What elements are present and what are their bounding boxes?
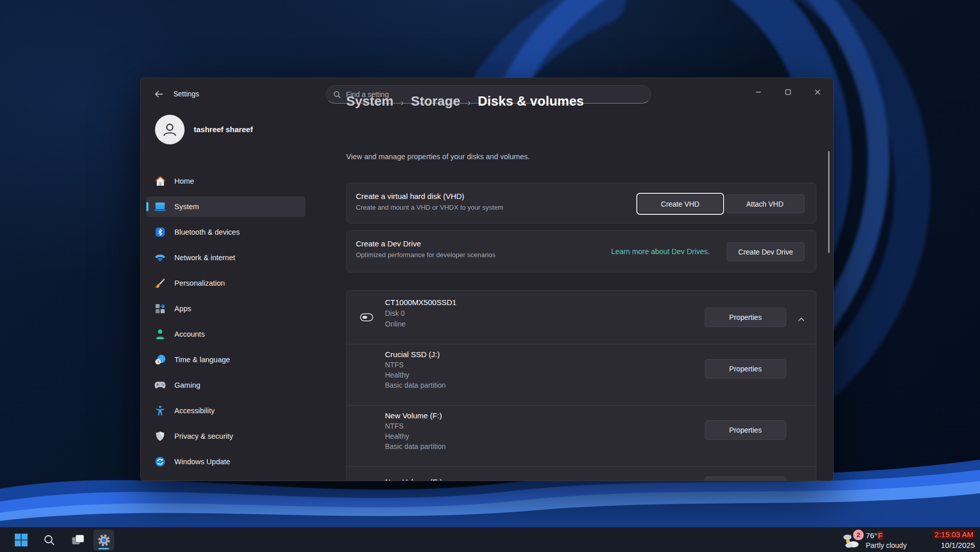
disk-row[interactable]: CT1000MX500SSD1 Disk 0 Online Properties xyxy=(347,291,816,344)
vhd-card-subtitle: Create and mount a VHD or VHDX to your s… xyxy=(356,204,503,211)
sidebar-nav: Home System Bluetooth & devices Network … xyxy=(146,171,305,477)
volume-properties-button[interactable]: Properties xyxy=(705,476,786,481)
disk-icon xyxy=(360,313,373,323)
search-icon xyxy=(333,91,341,98)
weather-widget[interactable]: 2 76°F Partly cloudy xyxy=(841,529,907,551)
apps-icon xyxy=(154,303,166,314)
accessibility-icon xyxy=(154,405,166,416)
minimize-button[interactable] xyxy=(746,83,770,101)
volume-partition-type: Basic data partition xyxy=(385,381,446,389)
active-app-indicator xyxy=(98,548,109,549)
maximize-button[interactable] xyxy=(776,83,800,101)
sidebar-item-home[interactable]: Home xyxy=(146,171,305,191)
breadcrumb-system[interactable]: System xyxy=(346,93,394,109)
volume-filesystem: NTFS xyxy=(385,422,446,430)
disk-name: CT1000MX500SSD1 xyxy=(385,298,456,307)
system-icon xyxy=(154,201,166,212)
user-icon xyxy=(161,121,178,138)
sidebar-item-bluetooth[interactable]: Bluetooth & devices xyxy=(146,222,305,242)
sidebar-item-network[interactable]: Network & internet xyxy=(146,247,305,268)
sidebar-item-personalization[interactable]: Personalization xyxy=(146,273,305,293)
sidebar-item-time-language[interactable]: Time & language xyxy=(146,349,305,370)
volume-partition-type: Basic data partition xyxy=(385,442,446,450)
volume-name: Crucial SSD (J:) xyxy=(385,350,446,359)
volume-properties-button[interactable]: Properties xyxy=(705,359,786,379)
page-description: View and manage properties of your disks… xyxy=(346,153,530,161)
notification-badge[interactable]: 2 xyxy=(853,530,864,540)
user-name: tashreef shareef xyxy=(194,125,253,134)
volume-row[interactable]: New Volume (F:) NTFS Healthy Basic data … xyxy=(347,405,816,466)
minimize-icon xyxy=(756,89,761,95)
sidebar-item-accessibility[interactable]: Accessibility xyxy=(146,400,305,421)
dev-drive-card: Create a Dev Drive Optimized performance… xyxy=(346,230,816,272)
dev-drive-card-title: Create a Dev Drive xyxy=(356,239,496,248)
scrollbar-thumb[interactable] xyxy=(828,151,830,253)
home-icon xyxy=(154,175,166,187)
breadcrumb: System › Storage › Disks & volumes xyxy=(346,93,584,109)
avatar[interactable] xyxy=(155,115,185,144)
clock-time: 2:15:03 AM xyxy=(933,530,975,539)
sidebar-item-apps[interactable]: Apps xyxy=(146,298,305,319)
vhd-card-title: Create a virtual hard disk (VHD) xyxy=(356,192,503,200)
volume-health: Healthy xyxy=(385,432,446,440)
taskbar-settings-button[interactable] xyxy=(93,530,114,550)
disk-label: Disk 0 xyxy=(385,309,456,317)
windows-logo-icon xyxy=(15,534,28,546)
sidebar-item-accounts[interactable]: Accounts xyxy=(146,324,305,344)
disk-list-card: CT1000MX500SSD1 Disk 0 Online Properties… xyxy=(346,290,816,481)
weather-condition: Partly cloudy xyxy=(866,541,907,549)
partly-cloudy-night-icon: 2 xyxy=(841,531,861,550)
selected-indicator xyxy=(146,202,148,211)
close-icon xyxy=(815,89,820,95)
taskbar: 2 76°F Partly cloudy 2:15:03 AM 10/1/202… xyxy=(0,527,980,552)
disk-properties-button[interactable]: Properties xyxy=(705,308,786,327)
wifi-icon xyxy=(154,252,166,263)
bluetooth-icon xyxy=(154,227,166,238)
volume-filesystem: NTFS xyxy=(385,361,446,369)
dev-drive-card-subtitle: Optimized performance for developer scen… xyxy=(356,251,496,259)
sidebar-item-system[interactable]: System xyxy=(146,196,305,217)
breadcrumb-storage[interactable]: Storage xyxy=(411,93,460,109)
breadcrumb-current-page: Disks & volumes xyxy=(478,93,584,109)
sidebar-item-windows-update[interactable]: Windows Update xyxy=(146,451,305,472)
gamepad-icon xyxy=(154,380,166,391)
settings-window: Settings tashreef shareef Ho xyxy=(140,78,834,481)
start-button[interactable] xyxy=(11,530,32,550)
shield-icon xyxy=(154,431,166,442)
weather-temperature: 76°F xyxy=(866,531,907,540)
time-language-icon xyxy=(154,354,166,365)
back-arrow-icon xyxy=(154,90,163,98)
create-vhd-button[interactable]: Create VHD xyxy=(636,193,724,215)
volume-row-partial[interactable]: New Volume (E:) Properties xyxy=(347,466,816,481)
vhd-card: Create a virtual hard disk (VHD) Create … xyxy=(346,183,816,223)
app-title: Settings xyxy=(173,90,199,98)
task-view-button[interactable] xyxy=(67,530,88,550)
clock-date: 10/1/2025 xyxy=(933,541,975,549)
weather-text: 76°F Partly cloudy xyxy=(866,531,907,549)
breadcrumb-separator-icon: › xyxy=(401,97,404,108)
attach-vhd-button[interactable]: Attach VHD xyxy=(725,194,805,213)
volume-row[interactable]: Crucial SSD (J:) NTFS Healthy Basic data… xyxy=(347,344,816,405)
taskbar-search-button[interactable] xyxy=(39,530,60,550)
volume-health: Healthy xyxy=(385,371,446,379)
maximize-icon xyxy=(785,89,791,95)
volume-properties-button[interactable]: Properties xyxy=(705,420,786,440)
gear-icon xyxy=(97,534,111,547)
volume-name: New Volume (E:) xyxy=(385,478,443,481)
task-view-icon xyxy=(72,535,84,545)
disk-status: Online xyxy=(385,320,456,328)
update-icon xyxy=(154,456,166,467)
search-icon xyxy=(44,535,55,545)
window-controls xyxy=(746,83,829,101)
close-button[interactable] xyxy=(806,83,829,101)
brush-icon xyxy=(154,278,166,289)
clock-widget[interactable]: 2:15:03 AM 10/1/2025 xyxy=(933,530,975,549)
volume-name: New Volume (F:) xyxy=(385,411,446,420)
breadcrumb-separator-icon: › xyxy=(468,97,471,108)
sidebar-item-privacy[interactable]: Privacy & security xyxy=(146,426,305,446)
dev-drive-learn-more-link[interactable]: Learn more about Dev Drives. xyxy=(611,247,710,256)
back-button[interactable] xyxy=(150,86,167,102)
sidebar-item-gaming[interactable]: Gaming xyxy=(146,375,305,395)
chevron-up-icon[interactable] xyxy=(798,314,805,323)
create-dev-drive-button[interactable]: Create Dev Drive xyxy=(727,242,805,261)
